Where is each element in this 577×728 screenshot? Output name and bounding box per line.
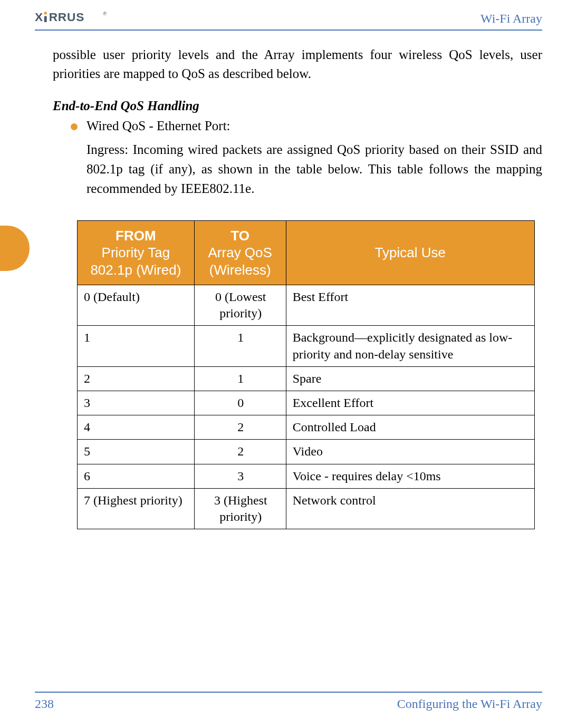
qos-mapping-table: FROM Priority Tag 802.1p (Wired) TO Arra… <box>77 220 535 530</box>
cell-use: Best Effort <box>286 285 534 326</box>
cell-use: Controlled Load <box>286 415 534 440</box>
table-row: 2 1 Spare <box>78 366 535 391</box>
cell-use: Network control <box>286 488 534 529</box>
document-title: Wi-Fi Array <box>480 12 542 26</box>
cell-use: Spare <box>286 366 534 391</box>
th-from-bold: FROM <box>116 228 156 244</box>
svg-rect-1 <box>44 12 47 14</box>
cell-to: 0 <box>194 391 286 415</box>
section-subheading: End-to-End QoS Handling <box>35 99 542 113</box>
th-from-sub: Priority Tag 802.1p (Wired) <box>90 245 181 278</box>
table-row: 7 (Highest priority) 3 (Highest priority… <box>78 488 535 529</box>
footer-section-title: Configuring the Wi-Fi Array <box>397 697 542 711</box>
cell-from: 7 (Highest priority) <box>78 488 195 529</box>
cell-to: 1 <box>194 326 286 366</box>
table-row: 6 3 Voice - requires delay <10ms <box>78 464 535 488</box>
bullet-item: Wired QoS - Ethernet Port: Ingress: Inco… <box>35 119 542 198</box>
bullet-body: Ingress: Incoming wired packets are assi… <box>86 140 542 198</box>
table-header-row: FROM Priority Tag 802.1p (Wired) TO Arra… <box>78 220 535 285</box>
bullet-title: Wired QoS - Ethernet Port: <box>86 119 542 133</box>
table-row: 5 2 Video <box>78 440 535 464</box>
table-row: 1 1 Background—explicitly designated as … <box>78 326 535 366</box>
th-from: FROM Priority Tag 802.1p (Wired) <box>78 220 195 285</box>
cell-to: 2 <box>194 440 286 464</box>
cell-use: Background—explicitly designated as low-… <box>286 326 534 366</box>
cell-from: 1 <box>78 326 195 366</box>
svg-rect-2 <box>44 16 47 22</box>
th-to: TO Array QoS (Wireless) <box>194 220 286 285</box>
brand-logo: X RRUS ® <box>35 9 124 27</box>
svg-text:RRUS: RRUS <box>49 10 84 24</box>
cell-to: 3 (Highest priority) <box>194 488 286 529</box>
bullet-icon <box>71 123 78 130</box>
cell-from: 2 <box>78 366 195 391</box>
th-use: Typical Use <box>286 220 534 285</box>
cell-use: Voice - requires delay <10ms <box>286 464 534 488</box>
xirrus-logo-icon: X RRUS ® <box>35 9 124 25</box>
table-row: 4 2 Controlled Load <box>78 415 535 440</box>
table-row: 0 (Default) 0 (Lowest priority) Best Eff… <box>78 285 535 326</box>
cell-use: Excellent Effort <box>286 391 534 415</box>
cell-to: 2 <box>194 415 286 440</box>
th-to-sub: Array QoS (Wireless) <box>208 245 272 278</box>
cell-from: 0 (Default) <box>78 285 195 326</box>
cell-to: 1 <box>194 366 286 391</box>
svg-text:®: ® <box>103 11 107 16</box>
page-header: X RRUS ® Wi-Fi Array <box>35 9 542 31</box>
page-footer: 238 Configuring the Wi-Fi Array <box>35 692 542 711</box>
table-row: 3 0 Excellent Effort <box>78 391 535 415</box>
page-number: 238 <box>35 697 54 711</box>
page-container: X RRUS ® Wi-Fi Array possible user prior… <box>0 0 577 728</box>
th-to-bold: TO <box>230 228 249 244</box>
cell-use: Video <box>286 440 534 464</box>
cell-from: 3 <box>78 391 195 415</box>
cell-from: 6 <box>78 464 195 488</box>
cell-from: 5 <box>78 440 195 464</box>
cell-to: 3 <box>194 464 286 488</box>
cell-to: 0 (Lowest priority) <box>194 285 286 326</box>
svg-text:X: X <box>35 10 43 24</box>
intro-paragraph: possible user priority levels and the Ar… <box>35 45 542 84</box>
cell-from: 4 <box>78 415 195 440</box>
